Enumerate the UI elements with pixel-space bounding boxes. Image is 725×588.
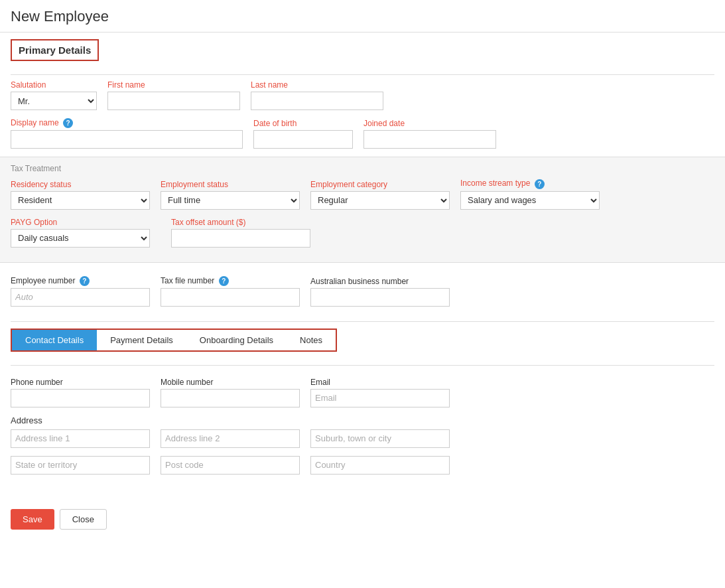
tax-offset-label: Tax offset amount ($)	[171, 218, 310, 227]
salutation-label: Salutation	[11, 80, 97, 90]
address-label: Address	[11, 415, 714, 425]
last-name-input[interactable]	[251, 92, 383, 110]
tabs-container: Contact Details Payment Details Onboardi…	[11, 329, 337, 352]
tab-onboarding-details[interactable]: Onboarding Details	[186, 330, 287, 350]
close-button[interactable]: Close	[60, 509, 107, 530]
email-label: Email	[310, 378, 450, 387]
tab-contact-details[interactable]: Contact Details	[12, 330, 97, 350]
employment-category-label: Employment category	[310, 180, 450, 189]
tab-notes[interactable]: Notes	[287, 330, 336, 350]
employment-category-select[interactable]: Regular Seasonal Voluntary agreement For…	[310, 191, 450, 210]
phone-number-label: Phone number	[11, 378, 150, 387]
payg-option-label: PAYG Option	[11, 218, 150, 227]
payg-option-select[interactable]: Daily casuals Weekly Fortnightly Monthly	[11, 229, 150, 248]
employee-number-label: Employee number ?	[11, 276, 150, 286]
tax-file-number-help-icon[interactable]: ?	[219, 276, 229, 286]
display-name-label: Display name ?	[11, 118, 243, 128]
postcode-input[interactable]	[161, 456, 300, 475]
dob-label: Date of birth	[253, 119, 353, 128]
display-name-input[interactable]	[11, 130, 243, 149]
last-name-label: Last name	[251, 80, 383, 90]
income-stream-type-label: Income stream type ?	[460, 179, 600, 188]
employee-number-help-icon[interactable]: ?	[80, 276, 90, 286]
first-name-label: First name	[107, 80, 240, 90]
phone-number-input[interactable]	[11, 389, 150, 407]
mobile-number-label: Mobile number	[161, 378, 300, 387]
residency-status-label: Residency status	[11, 180, 150, 189]
employment-status-select[interactable]: Full time Part time Casual Labour hire S…	[161, 191, 300, 210]
state-input[interactable]	[11, 456, 150, 475]
address-line-1-input[interactable]	[11, 429, 150, 448]
email-input[interactable]	[310, 389, 450, 407]
tab-payment-details[interactable]: Payment Details	[97, 330, 186, 350]
country-input[interactable]	[310, 456, 450, 475]
tax-offset-input[interactable]	[171, 229, 310, 248]
first-name-input[interactable]	[107, 92, 240, 110]
save-button[interactable]: Save	[11, 509, 54, 530]
page-title: New Employee	[11, 8, 714, 25]
mobile-number-input[interactable]	[161, 389, 300, 407]
income-stream-type-select[interactable]: Salary and wages Closely held payees Wor…	[460, 191, 600, 210]
joined-date-label: Joined date	[363, 119, 496, 128]
joined-date-input[interactable]	[363, 130, 496, 149]
employee-number-input[interactable]	[11, 288, 150, 307]
tax-file-number-label: Tax file number ?	[161, 276, 300, 286]
employment-status-label: Employment status	[161, 180, 300, 189]
address-line-2-input[interactable]	[161, 429, 300, 448]
dob-input[interactable]	[253, 130, 353, 149]
abn-label: Australian business number	[310, 277, 450, 286]
income-stream-help-icon[interactable]: ?	[535, 179, 545, 189]
abn-input[interactable]	[310, 288, 450, 307]
residency-status-select[interactable]: Resident Non-resident Working holiday ma…	[11, 191, 150, 210]
tax-treatment-label: Tax Treatment	[11, 164, 714, 173]
suburb-input[interactable]	[310, 429, 450, 448]
salutation-select[interactable]: Mr. Mrs. Ms. Miss Dr. Prof.	[11, 92, 97, 110]
tax-file-number-input[interactable]	[161, 288, 300, 307]
primary-details-tab[interactable]: Primary Details	[12, 40, 98, 60]
display-name-help-icon[interactable]: ?	[63, 118, 73, 128]
